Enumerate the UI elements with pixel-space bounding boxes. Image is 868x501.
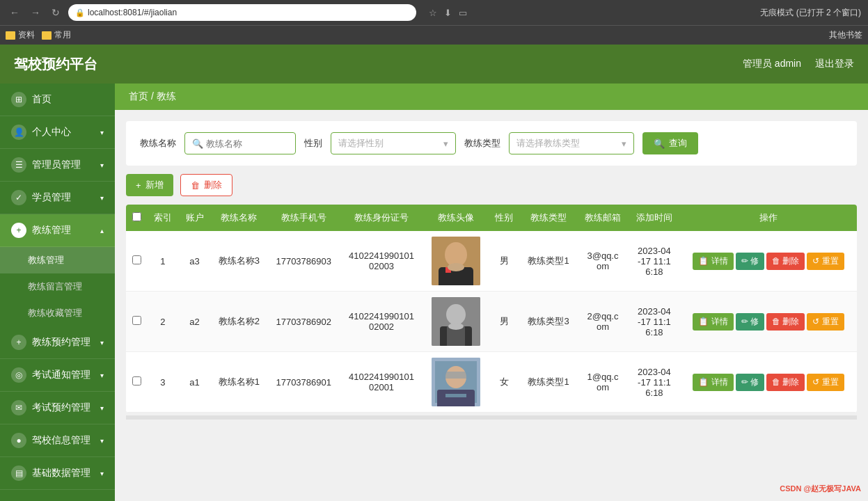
name-input[interactable] — [192, 138, 288, 149]
add-button[interactable]: + 新增 — [126, 174, 173, 196]
select-all-header[interactable] — [126, 205, 147, 231]
edit-button-2[interactable]: ✏ 修 — [736, 313, 764, 331]
window-icon[interactable]: ▭ — [459, 8, 467, 18]
row-checkbox[interactable] — [132, 316, 141, 325]
sidebar-item-home[interactable]: ⊞ 首页 — [0, 84, 115, 116]
refresh-button[interactable]: ↻ — [49, 6, 63, 19]
bookmark-1[interactable]: 资料 — [6, 29, 35, 41]
star-icon[interactable]: ☆ — [429, 8, 437, 18]
row-delete-button[interactable]: 🗑 删除 — [766, 253, 805, 270]
sidebar-item-student-mgmt[interactable]: ✓ 学员管理 ▾ — [0, 182, 115, 214]
row-checkbox[interactable] — [132, 376, 141, 385]
edit-button[interactable]: ✏ 修 — [736, 253, 764, 270]
reset-button-2[interactable]: ↺ 重置 — [807, 313, 844, 331]
col-type: 教练类型 — [520, 205, 577, 231]
cell-op: 📋 详情 ✏ 修 🗑 删除 ↺ 重置 — [680, 352, 857, 413]
select-all-checkbox[interactable] — [132, 212, 141, 221]
scroll-bar[interactable] — [126, 415, 857, 420]
bookmark-2[interactable]: 常用 — [42, 29, 71, 41]
home-icon: ⊞ — [11, 92, 26, 107]
cell-account: a3 — [179, 231, 211, 292]
sidebar-item-coach-mgmt[interactable]: + 教练管理 ▴ — [0, 214, 115, 247]
coach-icon: + — [11, 223, 26, 238]
row-checkbox-cell[interactable] — [126, 231, 147, 292]
type-chevron-icon: ▾ — [622, 138, 626, 149]
reset-button-3[interactable]: ↺ 重置 — [807, 374, 844, 391]
row-delete-button-3[interactable]: 🗑 删除 — [766, 374, 805, 391]
chevron-down-icon-6: ▾ — [100, 404, 104, 412]
delete-icon: 🗑 — [191, 180, 200, 191]
download-icon[interactable]: ⬇ — [444, 8, 452, 18]
logout-button[interactable]: 退出登录 — [815, 58, 854, 70]
forward-button[interactable]: → — [28, 6, 43, 19]
row-checkbox-cell[interactable] — [126, 352, 147, 413]
chevron-down-icon-8: ▾ — [100, 470, 104, 477]
browser-right-area: 无痕模式 (已打开 2 个窗口) — [760, 7, 861, 19]
main-body: 教练名称 性别 请选择性别 ▾ 教练类型 请选择教练类型 ▾ — [115, 110, 868, 501]
sidebar-sub-coach-collect[interactable]: 教练收藏管理 — [0, 300, 115, 326]
cell-account: a2 — [179, 292, 211, 352]
cell-phone: 17703786903 — [267, 231, 340, 292]
reset-button[interactable]: ↺ 重置 — [807, 253, 844, 270]
name-label: 教练名称 — [140, 137, 176, 150]
sidebar-item-school-info[interactable]: ● 驾校信息管理 ▾ — [0, 424, 115, 457]
type-select[interactable]: 请选择教练类型 ▾ — [509, 132, 634, 154]
browser-toolbar-icons: ☆ ⬇ ▭ — [429, 8, 467, 18]
search-button[interactable]: 🔍 查询 — [642, 132, 698, 154]
row-checkbox-cell[interactable] — [126, 292, 147, 352]
app-header: 驾校预约平台 管理员 admin 退出登录 — [0, 45, 868, 84]
edit-button-3[interactable]: ✏ 修 — [736, 374, 764, 391]
svg-rect-15 — [445, 394, 466, 397]
folder-icon-1 — [6, 31, 15, 40]
cell-email: 2@qq.com — [577, 292, 629, 352]
chevron-down-icon-2: ▾ — [100, 161, 104, 169]
url-bar[interactable]: 🔒 localhost:8081/#/jiaolian — [68, 4, 416, 21]
chevron-up-icon: ▴ — [100, 227, 104, 234]
col-account: 账户 — [179, 205, 211, 231]
sidebar-item-coach-appt[interactable]: + 教练预约管理 ▾ — [0, 326, 115, 359]
gender-chevron-icon: ▾ — [443, 138, 448, 149]
chevron-down-icon-4: ▾ — [100, 339, 104, 347]
cell-addtime: 2023-04-17 11:16:18 — [629, 231, 680, 292]
cell-type: 教练类型1 — [520, 231, 577, 292]
detail-button-2[interactable]: 📋 详情 — [693, 313, 733, 331]
sidebar-basic-label: 基础数据管理 — [32, 467, 90, 479]
detail-button-3[interactable]: 📋 详情 — [693, 374, 733, 391]
cell-index: 3 — [147, 352, 179, 413]
sidebar-item-exam-appt[interactable]: ✉ 考试预约管理 ▾ — [0, 392, 115, 424]
row-checkbox[interactable] — [132, 255, 141, 264]
delete-label: 删除 — [204, 179, 222, 191]
back-button[interactable]: ← — [7, 6, 22, 19]
sidebar-school-label: 驾校信息管理 — [32, 434, 90, 447]
cell-addtime: 2023-04-17 11:16:18 — [629, 292, 680, 352]
svg-point-4 — [448, 263, 464, 271]
svg-point-6 — [446, 304, 466, 325]
watermark: CSDN @赵无极写JAVA — [780, 484, 861, 494]
sidebar-exam-notify-label: 考试通知管理 — [32, 369, 90, 381]
admin-mgmt-icon: ☰ — [11, 157, 26, 173]
sidebar-sub-coach-manage[interactable]: 教练管理 — [0, 247, 115, 273]
gender-select[interactable]: 请选择性别 ▾ — [331, 132, 456, 154]
exam-appt-icon: ✉ — [11, 400, 26, 415]
action-bar: + 新增 🗑 删除 — [126, 174, 857, 196]
batch-delete-button[interactable]: 🗑 删除 — [180, 174, 232, 196]
sidebar-item-admin-mgmt[interactable]: ☰ 管理员管理 ▾ — [0, 149, 115, 182]
admin-label: 管理员 admin — [743, 58, 801, 70]
search-btn-label: 查询 — [669, 137, 687, 150]
sidebar-item-exam-notify[interactable]: ◎ 考试通知管理 ▾ — [0, 359, 115, 392]
chevron-down-icon-7: ▾ — [100, 437, 104, 445]
sidebar-sub-coach-message[interactable]: 教练留言管理 — [0, 273, 115, 300]
col-email: 教练邮箱 — [577, 205, 629, 231]
col-name: 教练名称 — [210, 205, 267, 231]
name-input-wrapper[interactable] — [184, 132, 296, 154]
table-row: 1 a3 教练名称3 17703786903 41022419901010200… — [126, 231, 857, 292]
coach-photo-3 — [432, 358, 480, 406]
row-delete-button-2[interactable]: 🗑 删除 — [766, 313, 805, 331]
sidebar-item-personal[interactable]: 👤 个人中心 ▾ — [0, 116, 115, 149]
sidebar: ⊞ 首页 👤 个人中心 ▾ ☰ 管理员管理 ▾ ✓ 学员管理 ▾ — [0, 84, 115, 501]
detail-button[interactable]: 📋 详情 — [693, 253, 733, 270]
cell-gender: 男 — [488, 231, 520, 292]
cell-account: a1 — [179, 352, 211, 413]
bookmarks-right[interactable]: 其他书签 — [829, 29, 862, 41]
sidebar-item-basic-data[interactable]: ▤ 基础数据管理 ▾ — [0, 457, 115, 490]
